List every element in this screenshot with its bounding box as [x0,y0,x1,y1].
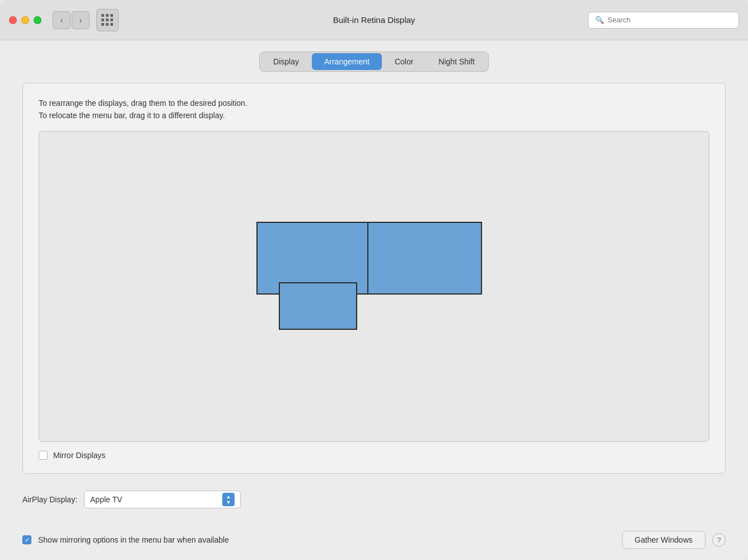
back-button[interactable]: ‹ [53,11,71,29]
grid-button[interactable] [96,9,119,31]
back-icon: ‹ [60,16,63,25]
forward-button[interactable]: › [72,11,90,29]
tab-display[interactable]: Display [261,53,311,70]
bottom-bar: ✓ Show mirroring options in the menu bar… [0,525,748,560]
mirror-row: Mirror Displays [39,451,709,460]
stepper-up-icon: ▲ [226,494,231,500]
displays-container [256,222,492,351]
main-content: Display Arrangement Color Night Shift To… [0,40,748,525]
nav-buttons: ‹ › [53,11,90,29]
main-window: ‹ › Built-in Retina Display 🔍 Display Ar… [0,0,748,560]
arrangement-area [39,131,709,442]
display-third[interactable] [279,282,357,330]
show-mirroring-label: Show mirroring options in the menu bar w… [38,535,615,544]
instruction-line1: To rearrange the displays, drag them to … [39,97,709,109]
airplay-label: AirPlay Display: [22,495,77,504]
search-input[interactable] [607,16,732,24]
search-box[interactable]: 🔍 [588,12,739,29]
instruction-line2: To relocate the menu bar, drag it to a d… [39,109,709,122]
stepper-down-icon: ▼ [226,500,231,505]
mirror-displays-checkbox[interactable] [39,451,48,460]
instruction-text: To rearrange the displays, drag them to … [39,97,709,122]
gather-windows-button[interactable]: Gather Windows [622,531,705,549]
help-button[interactable]: ? [712,533,726,547]
search-icon: 🔍 [595,16,604,24]
minimize-button[interactable] [21,16,29,24]
airplay-stepper[interactable]: ▲ ▼ [222,493,235,506]
tab-color[interactable]: Color [382,53,426,70]
airplay-row: AirPlay Display: Apple TV ▲ ▼ [22,491,726,508]
forward-icon: › [80,16,82,25]
airplay-select-value: Apple TV [90,495,122,504]
titlebar: ‹ › Built-in Retina Display 🔍 [0,0,748,40]
display-second[interactable] [367,222,482,295]
panel: To rearrange the displays, drag them to … [22,83,726,474]
grid-icon [101,14,114,26]
tabs-container: Display Arrangement Color Night Shift [22,52,726,72]
traffic-lights [9,16,41,24]
help-icon: ? [717,536,721,544]
mirror-displays-label: Mirror Displays [53,451,105,460]
show-mirroring-checkbox[interactable]: ✓ [22,535,31,544]
tab-nightshift[interactable]: Night Shift [426,53,487,70]
checkmark-icon: ✓ [25,536,30,544]
window-title: Built-in Retina Display [333,15,415,25]
close-button[interactable] [9,16,17,24]
tabs: Display Arrangement Color Night Shift [259,52,489,72]
maximize-button[interactable] [34,16,41,24]
tab-arrangement[interactable]: Arrangement [312,53,382,70]
airplay-select[interactable]: Apple TV ▲ ▼ [84,491,241,508]
